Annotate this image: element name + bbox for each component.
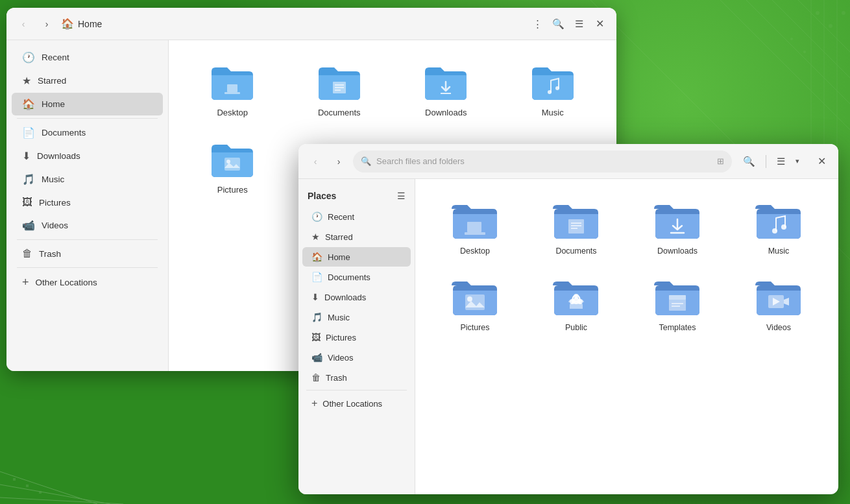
sidebar-item-recent[interactable]: 🕐 Recent <box>12 46 163 69</box>
sidebar-item-downloads[interactable]: ⬇ Downloads <box>12 145 163 167</box>
search-button[interactable]: 🔍 <box>549 15 567 33</box>
search-bar[interactable]: 🔍 Search files and folders ⊞ <box>353 150 732 173</box>
window-title: Home <box>78 19 102 29</box>
places-label-downloads: Downloads <box>324 293 366 302</box>
front-window: ‹ › 🔍 Search files and folders ⊞ 🔍 ☰ ▾ ✕… <box>298 144 838 494</box>
places-item-other-locations[interactable]: + Other Locations <box>302 393 411 414</box>
sidebar-label-starred: Starred <box>38 76 66 86</box>
svg-line-4 <box>772 0 850 78</box>
places-item-trash[interactable]: 🗑 Trash <box>302 368 411 387</box>
folder-music[interactable]: Music <box>505 56 601 123</box>
front-window-titlebar: ‹ › 🔍 Search files and folders ⊞ 🔍 ☰ ▾ ✕ <box>298 144 838 179</box>
sidebar-label-videos: Videos <box>42 221 68 230</box>
front-folder-desktop-label: Desktop <box>460 246 490 256</box>
places-item-downloads[interactable]: ⬇ Downloads <box>302 287 411 307</box>
sidebar-label-trash: Trash <box>39 249 61 259</box>
front-forward-button[interactable]: › <box>330 152 348 171</box>
svg-point-26 <box>548 90 552 94</box>
front-folder-desktop[interactable]: Desktop <box>428 192 522 261</box>
front-folder-desktop-icon <box>449 197 501 243</box>
folder-desktop-label: Desktop <box>217 108 248 117</box>
trash-icon: 🗑 <box>22 248 32 259</box>
front-search-button[interactable]: 🔍 <box>740 152 758 171</box>
sidebar-label-downloads: Downloads <box>37 151 80 161</box>
places-label-documents: Documents <box>328 272 370 282</box>
front-folder-pictures[interactable]: Pictures <box>428 269 522 337</box>
sidebar-item-trash[interactable]: 🗑 Trash <box>12 243 163 265</box>
places-item-pictures[interactable]: 🖼 Pictures <box>302 328 411 347</box>
front-view-list-button[interactable]: ☰ <box>774 153 788 170</box>
other-locations-icon: + <box>22 276 29 289</box>
back-nav-button[interactable]: ‹ <box>14 15 32 33</box>
back-window-titlebar: ‹ › 🏠 Home ⋮ 🔍 ☰ ✕ <box>6 8 616 40</box>
front-window-body: Places ☰ 🕐 Recent ★ Starred 🏠 Home 📄 Doc… <box>298 179 838 494</box>
places-label-other: Other Locations <box>322 399 382 409</box>
places-other-icon: + <box>311 398 317 409</box>
search-icon: 🔍 <box>361 156 371 166</box>
sidebar-item-pictures[interactable]: 🖼 Pictures <box>12 191 163 213</box>
svg-point-9 <box>829 24 832 28</box>
folder-downloads-icon <box>422 61 469 102</box>
svg-rect-20 <box>225 92 240 94</box>
menu-button[interactable]: ⋮ <box>528 15 546 33</box>
front-folder-documents[interactable]: Documents <box>529 192 623 261</box>
forward-nav-button[interactable]: › <box>38 15 56 33</box>
svg-rect-28 <box>225 158 240 171</box>
places-home-icon: 🏠 <box>311 252 322 262</box>
front-folder-music-label: Music <box>768 246 790 256</box>
folder-music-icon <box>529 61 576 102</box>
home-icon: 🏠 <box>22 98 35 110</box>
places-menu-button[interactable]: ☰ <box>397 191 406 201</box>
front-folder-documents-label: Documents <box>555 246 596 256</box>
sidebar-item-music[interactable]: 🎵 Music <box>12 168 163 191</box>
sidebar-divider-3 <box>17 267 158 268</box>
folder-downloads[interactable]: Downloads <box>398 56 494 123</box>
front-folder-downloads-icon <box>651 197 703 243</box>
sidebar-item-other-locations[interactable]: + Other Locations <box>12 270 163 294</box>
front-close-button[interactable]: ✕ <box>812 152 831 171</box>
folder-pictures-icon <box>209 138 256 180</box>
view-button[interactable]: ☰ <box>570 15 588 33</box>
places-item-music[interactable]: 🎵 Music <box>302 307 411 327</box>
folder-documents[interactable]: Documents <box>291 56 388 123</box>
sidebar-divider-1 <box>17 118 158 119</box>
places-label-music: Music <box>328 313 350 322</box>
sidebar-label-other-locations: Other Locations <box>36 278 97 287</box>
front-folder-public-icon <box>550 274 602 319</box>
places-item-videos[interactable]: 📹 Videos <box>302 348 411 367</box>
sidebar-item-starred[interactable]: ★ Starred <box>12 69 163 92</box>
places-pictures-icon: 🖼 <box>311 332 321 342</box>
svg-rect-31 <box>465 232 485 235</box>
places-item-home[interactable]: 🏠 Home <box>302 247 411 267</box>
places-videos-icon: 📹 <box>311 352 322 363</box>
front-folder-downloads[interactable]: Downloads <box>631 192 724 261</box>
places-item-recent[interactable]: 🕐 Recent <box>302 207 411 226</box>
close-button[interactable]: ✕ <box>590 15 609 33</box>
front-view-dropdown-button[interactable]: ▾ <box>793 154 802 168</box>
folder-documents-icon <box>316 61 363 102</box>
videos-icon: 📹 <box>22 219 35 232</box>
sidebar-label-home: Home <box>42 99 65 109</box>
sidebar-item-documents[interactable]: 📄 Documents <box>12 121 163 144</box>
front-back-button[interactable]: ‹ <box>306 152 324 171</box>
front-folder-templates[interactable]: Templates <box>631 269 724 337</box>
svg-line-3 <box>798 0 850 52</box>
places-downloads-icon: ⬇ <box>311 292 319 302</box>
folder-desktop[interactable]: Desktop <box>184 56 281 123</box>
front-folder-public[interactable]: Public <box>529 269 623 337</box>
folder-downloads-label: Downloads <box>425 108 467 117</box>
sidebar-item-home[interactable]: 🏠 Home <box>12 93 163 115</box>
places-header: Places ☰ <box>298 184 415 206</box>
front-folder-videos[interactable]: Videos <box>732 269 825 337</box>
front-folder-documents-icon <box>550 197 602 243</box>
separator-1 <box>766 155 766 168</box>
places-item-documents[interactable]: 📄 Documents <box>302 267 411 287</box>
front-folder-music[interactable]: Music <box>732 192 825 261</box>
sidebar-item-videos[interactable]: 📹 Videos <box>12 214 163 237</box>
front-folder-videos-label: Videos <box>766 323 791 332</box>
svg-rect-49 <box>669 295 686 300</box>
places-label-videos: Videos <box>328 353 354 363</box>
places-item-starred[interactable]: ★ Starred <box>302 227 411 246</box>
front-folder-public-label: Public <box>565 323 587 332</box>
folder-pictures[interactable]: Pictures <box>184 133 281 200</box>
